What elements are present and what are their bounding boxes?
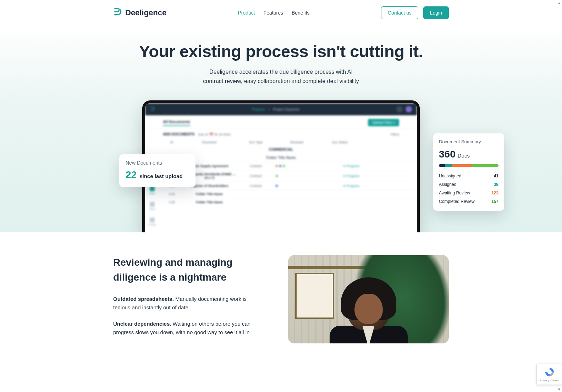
problem-title: Reviewing and managing diligence is a ni… — [113, 255, 241, 285]
new-documents-count: 22 — [126, 169, 137, 181]
document-summary-title: Document Summary — [439, 139, 498, 144]
contact-us-button[interactable]: Contact us — [381, 6, 418, 19]
recaptcha-badge[interactable]: Privacy · Terms — [536, 364, 562, 385]
sidenav-item-tasks: Tasks — [149, 202, 155, 210]
col-status: Doc Status — [320, 140, 359, 144]
app-doc-due: Due on 📅 30 Jul 2024 — [198, 133, 231, 136]
scrollbar-up-icon[interactable]: ▲ — [556, 0, 562, 6]
col-reviewer: Reviewer — [276, 140, 318, 144]
nav-cta-group: Contact us Login — [381, 6, 449, 19]
nav-link-features[interactable]: Features — [264, 10, 283, 16]
nav-link-benefits[interactable]: Benefits — [292, 10, 310, 16]
app-doc-count: 4000 DOCUMENTS — [163, 132, 194, 136]
document-summary-card: Document Summary 360 Docs Unassigned 41 … — [433, 133, 504, 211]
recaptcha-legal: Privacy · Terms — [540, 379, 559, 382]
avatar — [406, 106, 412, 112]
summary-seg-assigned — [445, 164, 452, 167]
summary-line-awaiting: Awaiting Review 123 — [439, 189, 498, 197]
table-row: 1.05 Folder Title Name — [145, 198, 417, 206]
col-id: ID — [163, 140, 181, 144]
summary-line-unassigned: Unassigned 41 — [439, 172, 498, 180]
mock-stage: Projects › Project Supreme Docs Tasks Pe… — [113, 93, 449, 232]
summary-seg-completed — [472, 164, 498, 167]
problem-para-2: Unclear dependencies. Waiting on others … — [113, 320, 255, 337]
problem-section: Reviewing and managing diligence is a ni… — [0, 232, 562, 344]
app-topbar: Projects › Project Supreme — [145, 103, 417, 115]
breadcrumb-project: Project Supreme — [273, 107, 299, 111]
scrollbar-down-icon[interactable]: ▼ — [556, 386, 562, 392]
table-row: 1.04 Folder Title Name — [145, 190, 417, 198]
brand-logo-icon — [113, 7, 122, 18]
col-doc: Document — [183, 140, 236, 144]
app-filters: Filters — [391, 133, 400, 136]
app-logo-icon — [150, 106, 155, 112]
col-type: Doc Type — [238, 140, 274, 144]
summary-line-assigned: Assigned 39 — [439, 180, 498, 189]
hero-sub-line2: contract review, easy collaboration and … — [203, 78, 359, 84]
nav-link-product[interactable]: Product — [238, 10, 255, 16]
hero-section: Your existing process isn't cutting it. … — [0, 26, 562, 232]
hero-title: Your existing process isn't cutting it. — [113, 42, 449, 61]
sidenav-item-docs: Docs — [149, 186, 155, 195]
sidenav-item-people: People — [148, 217, 156, 226]
nav-links: Product Features Benefits — [238, 10, 309, 16]
summary-line-completed: Completed Review 157 — [439, 197, 498, 206]
bell-icon — [396, 106, 403, 112]
top-nav: Deeligence Product Features Benefits Con… — [113, 0, 449, 26]
login-button[interactable]: Login — [423, 6, 449, 19]
brand-name: Deeligence — [125, 8, 166, 17]
summary-seg-unassigned — [439, 164, 445, 167]
app-breadcrumbs: Projects › Project Supreme — [159, 107, 393, 111]
app-upload-button: Upload Files + — [368, 119, 399, 126]
hero-subtitle: Deeligence accelerates the due diligence… — [113, 67, 449, 85]
problem-photo — [288, 255, 449, 343]
brand[interactable]: Deeligence — [113, 7, 166, 18]
app-tab-alldocs: All Documents — [163, 120, 190, 126]
recaptcha-icon — [544, 367, 555, 377]
hero-sub-line1: Deeligence accelerates the due diligence… — [209, 69, 353, 75]
app-section-commercial: COMMERCIAL — [145, 145, 417, 154]
new-documents-caption: since last upload — [139, 173, 183, 179]
document-summary-bar — [439, 164, 498, 167]
breadcrumb-projects: Projects — [252, 107, 265, 111]
new-documents-title: New Documents — [126, 160, 189, 166]
summary-seg-awaiting — [452, 164, 472, 167]
document-summary-unit: Docs — [458, 153, 470, 159]
document-summary-count: 360 — [439, 149, 456, 160]
new-documents-card: New Documents 22 since last upload — [119, 154, 195, 187]
problem-para-1: Outdated spreadsheets. Manually document… — [113, 295, 255, 312]
